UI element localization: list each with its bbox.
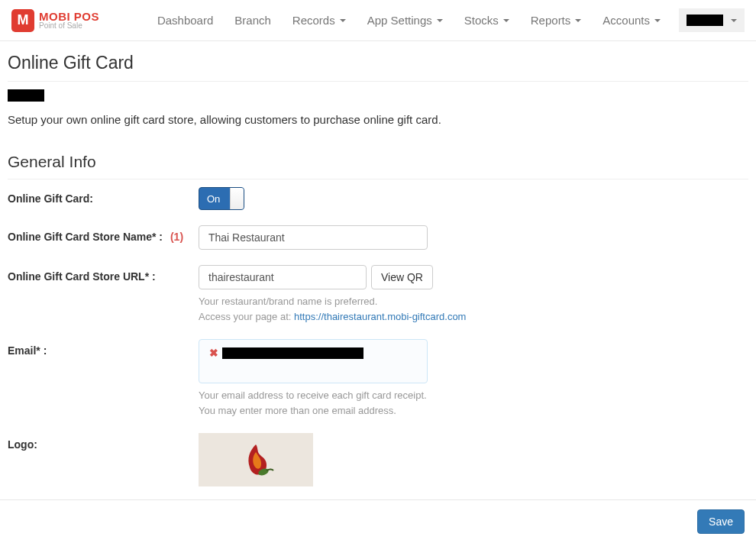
label-store-name: Online Gift Card Store Name* : (1): [8, 225, 199, 243]
subtitle-redacted: [8, 89, 44, 102]
nav-label: App Settings: [367, 14, 432, 27]
label-logo: Logo:: [8, 433, 199, 451]
help-email: Your email address to receive each gift …: [199, 388, 733, 418]
nav-label: Accounts: [603, 14, 650, 27]
chevron-down-icon: [731, 19, 737, 22]
nav-stocks[interactable]: Stocks: [455, 6, 519, 34]
page-description: Setup your own online gift card store, a…: [8, 113, 748, 126]
chevron-down-icon: [503, 19, 509, 22]
logo[interactable]: M MOBI POS Point of Sale: [11, 9, 99, 32]
help-url: Your restaurant/brand name is preferred.…: [199, 294, 733, 324]
email-redacted: [222, 347, 363, 359]
store-url-link[interactable]: https://thairestaurant.mobi-giftcard.com: [294, 311, 466, 322]
nav-menu: Dashboard Branch Records App Settings St…: [148, 6, 745, 34]
page-title: Online Gift Card: [8, 53, 748, 82]
email-input[interactable]: ✖: [199, 339, 428, 383]
store-name-input[interactable]: [199, 225, 428, 250]
footer: Save: [0, 499, 756, 543]
toggle-state: On: [199, 193, 220, 205]
logo-subtitle: Point of Sale: [39, 22, 99, 30]
logo-icon: M: [11, 9, 34, 32]
nav-label: Dashboard: [157, 14, 213, 27]
nav-dashboard[interactable]: Dashboard: [148, 6, 222, 34]
user-menu[interactable]: [679, 8, 745, 32]
label-toggle: Online Gift Card:: [8, 187, 199, 205]
logo-title: MOBI POS: [39, 11, 99, 22]
nav-label: Stocks: [464, 14, 499, 27]
section-title: General Info: [8, 153, 748, 179]
navbar: M MOBI POS Point of Sale Dashboard Branc…: [0, 0, 756, 41]
nav-label: Branch: [234, 14, 271, 27]
save-button[interactable]: Save: [697, 509, 745, 534]
nav-label: Reports: [531, 14, 571, 27]
email-tag: ✖: [205, 344, 367, 361]
row-store-name: Online Gift Card Store Name* : (1): [8, 225, 748, 250]
content: Online Gift Card Setup your own online g…: [0, 41, 756, 543]
annotation-1: (1): [170, 231, 183, 243]
view-qr-button[interactable]: View QR: [371, 265, 433, 289]
row-store-url: Online Gift Card Store URL* : View QR Yo…: [8, 265, 748, 324]
row-email: Email* : ✖ Your email address to receive…: [8, 339, 748, 418]
chevron-down-icon: [437, 19, 443, 22]
logo-text: MOBI POS Point of Sale: [39, 11, 99, 30]
nav-accounts[interactable]: Accounts: [593, 6, 670, 34]
store-url-input[interactable]: [199, 265, 367, 289]
online-gift-card-toggle[interactable]: On: [199, 187, 244, 210]
toggle-handle: [230, 188, 244, 209]
nav-records[interactable]: Records: [283, 6, 355, 34]
row-toggle: Online Gift Card: On: [8, 187, 748, 210]
nav-label: Records: [292, 14, 335, 27]
chevron-down-icon: [575, 19, 581, 22]
chevron-down-icon: [654, 19, 661, 22]
nav-reports[interactable]: Reports: [522, 6, 591, 34]
remove-email-icon[interactable]: ✖: [209, 347, 218, 359]
user-name-redacted: [687, 15, 723, 26]
logo-preview[interactable]: [199, 433, 313, 486]
nav-app-settings[interactable]: App Settings: [358, 6, 452, 34]
chevron-down-icon: [340, 19, 346, 22]
flame-icon: [233, 437, 279, 483]
label-email: Email* :: [8, 339, 199, 357]
nav-branch[interactable]: Branch: [225, 6, 280, 34]
row-logo: Logo:: [8, 433, 748, 486]
label-store-url: Online Gift Card Store URL* :: [8, 265, 199, 283]
